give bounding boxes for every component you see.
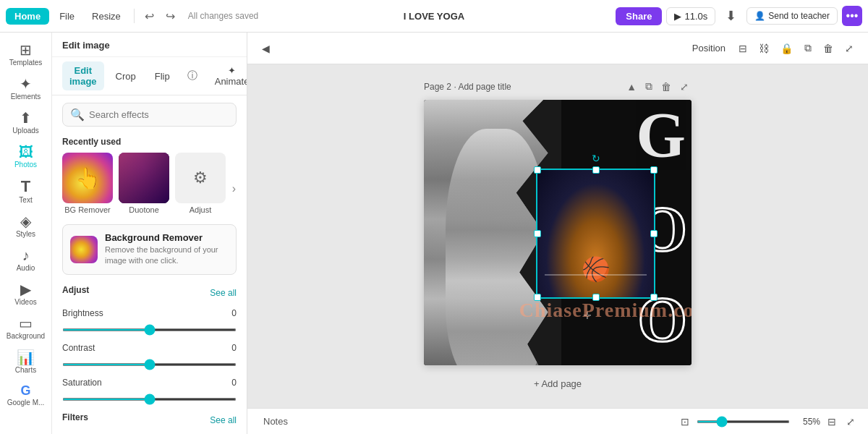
sidebar-item-styles[interactable]: ◈ Styles	[4, 210, 48, 242]
more-button[interactable]: •••	[842, 6, 862, 26]
handle-mid-right[interactable]	[650, 230, 658, 237]
brightness-value: 0	[231, 308, 237, 318]
sidebar-item-audio[interactable]: ♪ Audio	[4, 244, 48, 276]
project-title: I LOVE YOGA	[404, 11, 464, 22]
sidebar-item-uploads[interactable]: ⬆ Uploads	[4, 106, 48, 139]
person-icon: 👤	[754, 11, 765, 21]
search-input[interactable]	[89, 109, 229, 120]
page-delete-btn[interactable]: 🗑	[658, 79, 674, 94]
basketball-player: 🏀	[582, 255, 610, 283]
lock-icon-btn[interactable]: 🔒	[776, 40, 797, 57]
sidebar-item-google[interactable]: G Google M...	[4, 380, 48, 411]
resize-button[interactable]: Resize	[85, 8, 128, 25]
fullscreen-btn[interactable]: ⤢	[843, 413, 858, 430]
sidebar-item-text[interactable]: T Text	[4, 174, 48, 208]
canvas-scroll[interactable]: Page 2 · Add page title ▲ ⧉ 🗑 ⤢	[247, 64, 868, 408]
sidebar-item-elements[interactable]: ✦ Elements	[4, 72, 48, 105]
handle-mid-left[interactable]	[534, 230, 541, 237]
add-page-button[interactable]: + Add page	[522, 374, 593, 393]
left-panel: Edit image Edit image Crop Flip ⓘ ✦ Anim…	[52, 33, 247, 434]
add-page-row: + Add page	[424, 374, 692, 393]
contrast-value: 0	[231, 343, 237, 353]
sidebar-item-label: Google M...	[7, 399, 45, 407]
file-button[interactable]: File	[52, 8, 82, 25]
sidebar-item-charts[interactable]: 📊 Charts	[4, 346, 48, 378]
sidebar-item-templates[interactable]: ⊞ Templates	[4, 38, 48, 71]
text-icon: T	[21, 179, 30, 195]
zoom-slider[interactable]	[697, 420, 790, 423]
filters-see-all[interactable]: See all	[210, 415, 237, 425]
collapse-panel-btn[interactable]: ◀	[258, 40, 274, 57]
panel-content: 🔍 Recently used 👆 BG Remover	[52, 95, 247, 434]
page-copy-btn[interactable]: ⧉	[642, 79, 655, 94]
selected-image[interactable]: 🏀 ↻	[536, 169, 655, 299]
effect-adjust[interactable]: ⚙ Adjust	[175, 153, 226, 214]
handle-top-right[interactable]	[650, 166, 658, 174]
link-icon-btn[interactable]: ⛓	[754, 40, 773, 57]
sidebar-item-label: Styles	[16, 230, 35, 238]
charts-icon: 📊	[17, 350, 35, 365]
image-content: 🏀	[537, 170, 654, 297]
uploads-icon: ⬆	[20, 111, 32, 125]
play-icon: ▶	[674, 11, 681, 22]
edit-toolbar: Edit image Crop Flip ⓘ ✦ Animate	[52, 57, 247, 95]
notes-button[interactable]: Notes	[258, 413, 294, 430]
saturation-value: 0	[231, 378, 237, 388]
grid-view-btn[interactable]: ⊟	[825, 413, 839, 430]
expand-icon-btn[interactable]: ⤢	[841, 40, 858, 57]
bg-remover-card[interactable]: Background Remover Remove the background…	[62, 224, 237, 275]
search-box[interactable]: 🔍	[62, 103, 237, 127]
sidebar-item-background[interactable]: ▭ Background	[4, 312, 48, 344]
position-button[interactable]: Position	[686, 40, 731, 56]
sidebar-item-photos[interactable]: 🖼 Photos	[4, 140, 48, 173]
rotate-handle[interactable]: ↻	[590, 153, 602, 164]
court-line	[545, 274, 647, 276]
effect-bg-remover[interactable]: 👆 BG Remover	[62, 153, 113, 214]
top-bar: Home File Resize ↩ ↪ All changes saved I…	[0, 0, 868, 33]
sidebar-item-label: Background	[7, 332, 45, 340]
redo-button[interactable]: ↪	[161, 7, 179, 26]
tab-info[interactable]: ⓘ	[182, 66, 203, 86]
zoom-percentage: 55%	[794, 417, 820, 427]
tab-edit-image[interactable]: Edit image	[62, 61, 104, 90]
handle-top-mid[interactable]	[592, 166, 600, 174]
sidebar-item-label: Elements	[11, 93, 41, 101]
effects-more-btn[interactable]: ›	[231, 163, 237, 214]
duplicate-icon-btn[interactable]: ⧉	[800, 39, 816, 57]
bg-remover-thumb[interactable]: 👆	[62, 153, 113, 203]
send-teacher-label: Send to teacher	[768, 11, 830, 21]
tab-crop[interactable]: Crop	[109, 67, 143, 85]
sidebar-item-videos[interactable]: ▶ Videos	[4, 278, 48, 310]
tab-flip[interactable]: Flip	[148, 67, 177, 85]
contrast-slider[interactable]	[62, 363, 237, 366]
effect-duotone[interactable]: Duotone	[119, 153, 169, 214]
adjust-thumb[interactable]: ⚙	[175, 153, 226, 203]
page-expand-btn[interactable]: ⤢	[677, 79, 692, 94]
play-button[interactable]: ▶ 11.0s	[666, 7, 715, 25]
adjust-see-all[interactable]: See all	[210, 288, 237, 298]
filter-icon-btn[interactable]: ⊟	[734, 40, 752, 57]
athlete-figure	[446, 129, 547, 365]
sidebar-item-label: Audio	[17, 264, 35, 272]
send-teacher-button[interactable]: 👤 Send to teacher	[746, 7, 838, 25]
undo-button[interactable]: ↩	[140, 7, 158, 26]
duotone-thumb[interactable]	[119, 153, 169, 203]
handle-top-left[interactable]	[534, 166, 541, 174]
saturation-label: Saturation	[62, 378, 102, 388]
handle-bottom-right[interactable]	[650, 294, 658, 301]
saturation-label-row: Saturation 0	[62, 378, 237, 388]
zoom-fit-btn[interactable]: ⊡	[678, 413, 692, 430]
delete-icon-btn[interactable]: 🗑	[819, 40, 838, 57]
download-button[interactable]: ⬇	[720, 5, 742, 27]
handle-bottom-mid[interactable]	[592, 294, 600, 301]
brightness-slider[interactable]	[62, 328, 237, 331]
design-canvas[interactable]: G O O D 🏀	[424, 100, 692, 365]
home-button[interactable]: Home	[6, 8, 49, 25]
handle-bottom-left[interactable]	[534, 294, 541, 301]
photos-icon: 🖼	[19, 145, 33, 159]
page-up-btn[interactable]: ▲	[624, 79, 639, 94]
contrast-slider-row: Contrast 0	[62, 343, 237, 369]
share-button[interactable]: Share	[616, 7, 662, 25]
saturation-slider[interactable]	[62, 398, 237, 401]
tab-animate[interactable]: ✦ Animate	[208, 61, 247, 90]
